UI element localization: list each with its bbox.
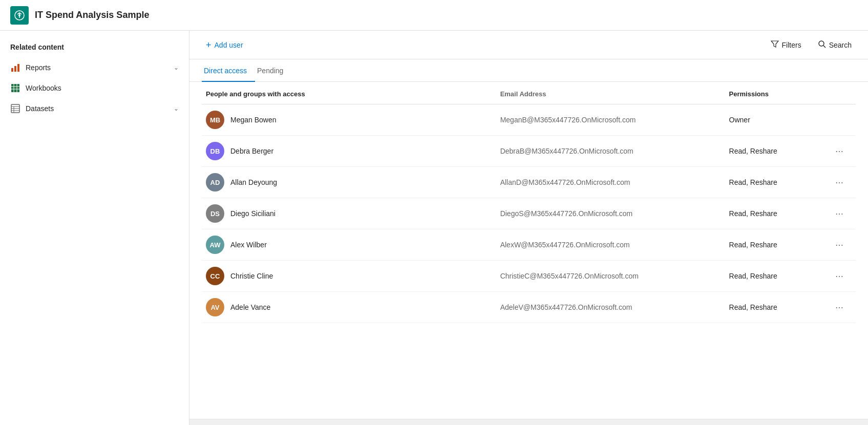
table-header-row: People and groups with access Email Addr…	[202, 82, 856, 104]
permissions-cell-1: Read, Reshare	[725, 136, 823, 167]
person-name-1: Debra Berger	[230, 147, 273, 155]
person-name-5: Christie Cline	[230, 272, 273, 280]
actions-cell-5: ⋯	[823, 261, 856, 292]
svg-rect-2	[11, 68, 13, 72]
email-cell-0: MeganB@M365x447726.OnMicrosoft.com	[496, 104, 725, 136]
actions-cell-2: ⋯	[823, 167, 856, 198]
add-user-button[interactable]: + Add user	[202, 38, 247, 52]
more-options-button-6[interactable]: ⋯	[831, 301, 848, 314]
main-content: + Add user Filters	[189, 31, 868, 425]
col-header-actions	[823, 82, 856, 104]
toolbar: + Add user Filters	[189, 31, 868, 59]
avatar-2: AD	[206, 173, 224, 192]
sidebar: Related content Reports ⌄	[0, 31, 189, 425]
table-row: MB Megan Bowen MeganB@M365x447726.OnMicr…	[202, 104, 856, 136]
actions-cell-0	[823, 104, 856, 136]
tabs: Direct access Pending	[189, 59, 868, 82]
more-options-button-4[interactable]: ⋯	[831, 238, 848, 252]
svg-rect-4	[17, 64, 19, 72]
plus-icon: +	[206, 40, 211, 50]
sidebar-section-title: Related content	[0, 39, 189, 57]
col-header-people: People and groups with access	[202, 82, 496, 104]
email-cell-4: AlexW@M365x447726.OnMicrosoft.com	[496, 229, 725, 261]
email-cell-1: DebraB@M365x447726.OnMicrosoft.com	[496, 136, 725, 167]
avatar-3: DS	[206, 204, 224, 223]
person-cell-6: AV Adele Vance	[202, 292, 496, 323]
avatar-6: AV	[206, 298, 224, 316]
email-cell-6: AdeleV@M365x447726.OnMicrosoft.com	[496, 292, 725, 323]
person-cell-1: DB Debra Berger	[202, 136, 496, 167]
add-user-label: Add user	[215, 41, 243, 49]
sidebar-item-reports[interactable]: Reports ⌄	[0, 57, 189, 78]
power-bi-icon	[14, 10, 25, 21]
table-row: AW Alex Wilber AlexW@M365x447726.OnMicro…	[202, 229, 856, 261]
col-header-permissions: Permissions	[725, 82, 823, 104]
email-cell-2: AllanD@M365x447726.OnMicrosoft.com	[496, 167, 725, 198]
tab-direct-access[interactable]: Direct access	[202, 59, 255, 82]
body: Related content Reports ⌄	[0, 31, 868, 425]
permissions-cell-3: Read, Reshare	[725, 198, 823, 229]
person-cell-5: CC Christie Cline	[202, 261, 496, 292]
table-row: CC Christie Cline ChristieC@M365x447726.…	[202, 261, 856, 292]
filters-label: Filters	[782, 41, 801, 49]
header: IT Spend Analysis Sample	[0, 0, 868, 31]
actions-cell-4: ⋯	[823, 229, 856, 261]
search-label: Search	[829, 41, 852, 49]
table-container: People and groups with access Email Addr…	[189, 82, 868, 419]
table-row: DB Debra Berger DebraB@M365x447726.OnMic…	[202, 136, 856, 167]
svg-point-16	[819, 41, 824, 46]
tab-pending[interactable]: Pending	[255, 59, 291, 82]
datasets-icon	[10, 103, 20, 114]
page-title: IT Spend Analysis Sample	[35, 10, 149, 20]
email-cell-5: ChristieC@M365x447726.OnMicrosoft.com	[496, 261, 725, 292]
search-button[interactable]: Search	[814, 38, 856, 52]
table-row: DS Diego Siciliani DiegoS@M365x447726.On…	[202, 198, 856, 229]
access-table: People and groups with access Email Addr…	[202, 82, 856, 323]
actions-cell-6: ⋯	[823, 292, 856, 323]
reports-chevron-icon: ⌄	[174, 64, 179, 71]
sidebar-item-workbooks-label: Workbooks	[26, 84, 179, 92]
bottom-scrollbar[interactable]	[189, 419, 868, 425]
more-options-button-3[interactable]: ⋯	[831, 207, 848, 221]
filters-button[interactable]: Filters	[767, 38, 806, 52]
actions-cell-3: ⋯	[823, 198, 856, 229]
actions-cell-1: ⋯	[823, 136, 856, 167]
app-icon	[10, 6, 29, 25]
avatar-1: DB	[206, 142, 224, 160]
more-options-button-1[interactable]: ⋯	[831, 144, 848, 158]
person-name-2: Allan Deyoung	[230, 178, 277, 186]
person-name-3: Diego Siciliani	[230, 209, 276, 218]
svg-marker-15	[771, 41, 778, 47]
sidebar-item-workbooks[interactable]: Workbooks	[0, 78, 189, 98]
search-icon	[818, 40, 826, 50]
filter-icon	[771, 40, 779, 50]
table-row: AD Allan Deyoung AllanD@M365x447726.OnMi…	[202, 167, 856, 198]
person-name-6: Adele Vance	[230, 303, 270, 311]
more-options-button-5[interactable]: ⋯	[831, 269, 848, 283]
person-cell-3: DS Diego Siciliani	[202, 198, 496, 229]
svg-rect-5	[11, 84, 19, 92]
datasets-chevron-icon: ⌄	[174, 105, 179, 112]
table-row: AV Adele Vance AdeleV@M365x447726.OnMicr…	[202, 292, 856, 323]
permissions-cell-4: Read, Reshare	[725, 229, 823, 261]
permissions-cell-0: Owner	[725, 104, 823, 136]
more-options-button-2[interactable]: ⋯	[831, 176, 848, 189]
person-cell-4: AW Alex Wilber	[202, 229, 496, 261]
person-cell-0: MB Megan Bowen	[202, 104, 496, 136]
col-header-email: Email Address	[496, 82, 725, 104]
svg-point-1	[18, 14, 20, 16]
email-cell-3: DiegoS@M365x447726.OnMicrosoft.com	[496, 198, 725, 229]
permissions-cell-5: Read, Reshare	[725, 261, 823, 292]
svg-line-17	[823, 46, 825, 48]
sidebar-item-reports-label: Reports	[26, 63, 174, 72]
avatar-5: CC	[206, 267, 224, 285]
permissions-cell-6: Read, Reshare	[725, 292, 823, 323]
app-container: IT Spend Analysis Sample Related content…	[0, 0, 868, 425]
person-cell-2: AD Allan Deyoung	[202, 167, 496, 198]
sidebar-item-datasets-label: Datasets	[26, 104, 174, 113]
workbooks-icon	[10, 83, 20, 93]
svg-rect-3	[14, 66, 16, 72]
person-name-0: Megan Bowen	[230, 116, 277, 124]
permissions-cell-2: Read, Reshare	[725, 167, 823, 198]
sidebar-item-datasets[interactable]: Datasets ⌄	[0, 98, 189, 119]
